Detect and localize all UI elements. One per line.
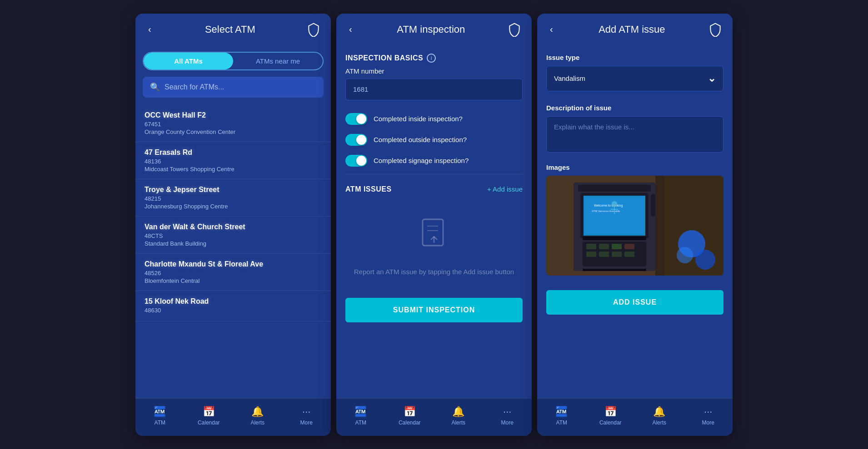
back-button-1[interactable]: ‹ [145,22,155,36]
svg-rect-23 [612,252,622,257]
nav-atm[interactable]: 🏧 ATM [537,403,586,429]
bottom-nav-3: 🏧 ATM 📅 Calendar 🔔 Alerts ··· More [537,398,733,436]
shield-icon-1 [305,21,322,38]
calendar-nav-icon: 📅 [404,406,416,418]
list-item[interactable]: Charlotte Mxandu St & Floreal Ave 48526 … [135,254,331,291]
inside-inspection-toggle[interactable] [345,113,367,125]
list-item[interactable]: 47 Erasals Rd 48136 Midcoast Towers Shop… [135,142,331,179]
signage-inspection-toggle[interactable] [345,155,367,167]
nav-alerts-label: Alerts [451,419,465,426]
submit-inspection-button[interactable]: SUBMIT INSPECTION [345,298,523,322]
chevron-down-icon: ⌄ [708,73,716,84]
atm-number-field[interactable]: 1681 [345,79,523,100]
atm-name: Van der Walt & Church Street [145,223,322,231]
screen3-content: Issue type Vandalism ⌄ Description of is… [537,45,733,398]
back-button-3[interactable]: ‹ [546,22,557,36]
svg-rect-25 [583,237,646,240]
atm-name: OCC West Hall F2 [145,111,322,119]
atm-nav-icon: 🏧 [354,406,367,418]
nav-more-label: More [501,419,514,426]
inspection-basics-title: INSPECTION BASICS [345,54,423,62]
search-input[interactable] [165,83,316,91]
issue-type-value: Vandalism [554,74,585,82]
atm-location: Standard Bank Building [145,240,322,247]
screen3-header: ‹ Add ATM issue [537,14,733,45]
back-button-2[interactable]: ‹ [345,22,356,36]
tab-all-atms[interactable]: All ATMs [144,53,233,69]
screen2-header: ‹ ATM inspection [336,14,532,45]
svg-point-29 [695,250,715,270]
nav-calendar[interactable]: 📅 Calendar [385,403,434,429]
atm-image-container: Welcome to banking ATM Services Availabl… [546,176,723,276]
svg-rect-17 [586,244,596,249]
calendar-nav-icon: 📅 [604,406,617,418]
nav-calendar-label: Calendar [198,419,220,426]
nav-calendar[interactable]: 📅 Calendar [586,403,635,429]
atm-location: Orange County Convention Center [145,128,322,135]
list-item[interactable]: OCC West Hall F2 67451 Orange County Con… [135,105,331,142]
issue-type-dropdown[interactable]: Vandalism ⌄ [546,66,723,91]
bottom-nav-2: 🏧 ATM 📅 Calendar 🔔 Alerts ··· More [336,398,532,436]
nav-alerts-label: Alerts [250,419,264,426]
atm-name: 15 Kloof Nek Road [145,297,322,306]
svg-rect-0 [423,219,443,246]
tab-atms-near-me[interactable]: ATMs near me [233,53,323,69]
svg-rect-7 [578,185,651,192]
toggle-inside: Completed inside inspection? [336,109,532,129]
shield-icon-3 [707,21,723,38]
screen1-header: ‹ Select ATM [135,14,331,45]
more-nav-icon: ··· [704,406,712,418]
description-label: Description of issue [546,104,723,112]
atm-location: Johannesburg Shopping Centre [145,203,322,210]
more-nav-icon: ··· [302,406,310,418]
atm-issues-title: ATM ISSUES [345,185,392,193]
bottom-nav-1: 🏧 ATM 📅 Calendar 🔔 Alerts ··· More [135,398,331,436]
inside-inspection-label: Completed inside inspection? [374,115,463,123]
screen-add-atm-issue: ‹ Add ATM issue Issue type Vandalism ⌄ D… [537,14,733,436]
atm-location: Midcoast Towers Shopping Centre [145,166,322,173]
list-item[interactable]: 15 Kloof Nek Road 48630 [135,291,331,321]
nav-calendar[interactable]: 📅 Calendar [185,403,234,429]
nav-atm-label: ATM [155,419,165,426]
bell-nav-icon: 🔔 [653,406,665,418]
nav-alerts[interactable]: 🔔 Alerts [434,403,483,429]
svg-point-13 [612,201,617,207]
nav-more[interactable]: ··· More [282,403,331,429]
calendar-nav-icon: 📅 [203,406,215,418]
atm-list: OCC West Hall F2 67451 Orange County Con… [135,105,331,321]
add-issue-button[interactable]: ADD ISSUE [546,290,723,315]
nav-alerts[interactable]: 🔔 Alerts [635,403,684,429]
nav-calendar-label: Calendar [599,419,622,426]
issue-type-section: Issue type Vandalism ⌄ [537,45,733,96]
screen2-title: ATM inspection [356,24,506,35]
atm-name: Troye & Jepser Street [145,186,322,194]
description-placeholder: Explain what the issue is... [554,123,634,131]
empty-state-text: Report an ATM issue by tapping the Add i… [354,267,514,277]
svg-rect-18 [599,244,609,249]
nav-atm[interactable]: 🏧 ATM [135,403,185,429]
outside-inspection-toggle[interactable] [345,134,367,146]
nav-atm-label: ATM [355,419,366,426]
svg-text:Welcome to banking: Welcome to banking [594,204,623,207]
atm-location: Bloemfontein Central [145,277,322,284]
issue-type-label: Issue type [546,54,723,61]
nav-alerts-label: Alerts [652,419,666,426]
nav-calendar-label: Calendar [399,419,421,426]
atm-code: 48136 [145,158,322,165]
nav-atm[interactable]: 🏧 ATM [336,403,385,429]
add-issue-button[interactable]: + Add issue [487,185,523,193]
inspection-basics-header: INSPECTION BASICS i [336,45,532,67]
search-bar[interactable]: 🔍 [143,77,324,98]
info-icon[interactable]: i [427,54,436,63]
nav-alerts[interactable]: 🔔 Alerts [233,403,282,429]
svg-rect-19 [612,244,622,249]
list-item[interactable]: Troye & Jepser Street 48215 Johannesburg… [135,179,331,217]
atm-issues-header: ATM ISSUES + Add issue [336,177,532,199]
nav-more[interactable]: ··· More [684,403,733,429]
description-textarea[interactable]: Explain what the issue is... [546,116,723,153]
atm-code: 48215 [145,195,322,202]
section-divider [345,174,523,174]
nav-atm-label: ATM [556,419,567,426]
nav-more[interactable]: ··· More [483,403,532,429]
list-item[interactable]: Van der Walt & Church Street 48CTS Stand… [135,217,331,254]
